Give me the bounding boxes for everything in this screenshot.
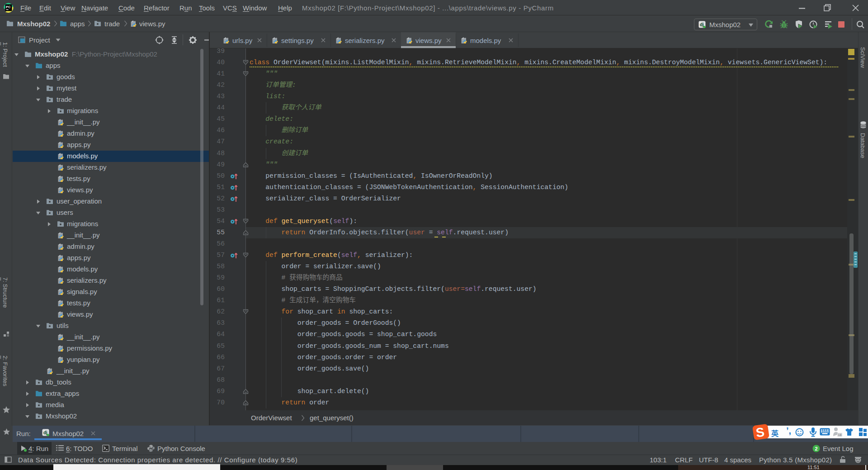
svg-text:PC: PC <box>6 5 11 9</box>
svg-text:dj: dj <box>43 430 47 435</box>
svg-text:dj: dj <box>700 22 704 27</box>
svg-text:2: 2 <box>815 446 818 451</box>
svg-text:18: 18 <box>838 433 842 437</box>
